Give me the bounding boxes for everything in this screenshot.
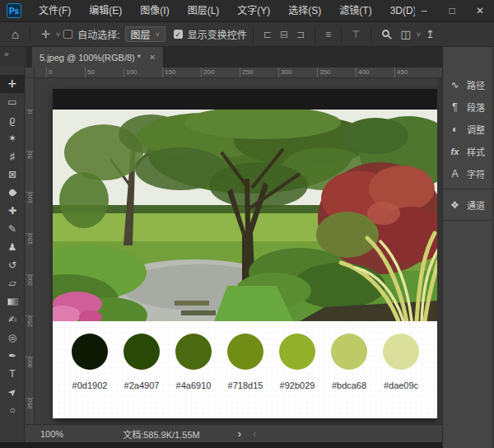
panel-button-adjustments[interactable]: ◐ 调整 [443,118,492,140]
show-transform-checkbox[interactable]: ✓ [174,30,183,39]
minimize-button[interactable]: – [410,0,438,21]
window-controls: – □ ✕ [410,0,494,21]
canvas-area[interactable]: 050100150200250300350400450 050100150200… [26,68,442,424]
separator [370,27,371,42]
menu-item-layer[interactable]: 图层(L) [179,0,229,21]
auto-select-checkbox[interactable] [63,30,72,39]
ruler-label: 150 [162,68,201,78]
menu-item-file[interactable]: 文件(F) [30,0,80,21]
garden-photo [53,110,438,321]
swatch-circle [124,334,160,370]
type-tool-button[interactable]: T [0,365,25,383]
brush-tool-button[interactable]: ✎ [0,220,25,238]
frame-tool-button[interactable]: ⊠ [0,166,25,184]
panel-button-paragraph[interactable]: ¶ 段落 [443,96,492,118]
channels-icon: ❖ [449,199,461,211]
swatch-circle [383,334,419,370]
path-selection-tool-button[interactable]: ➤ [0,383,25,401]
gradient-tool-button[interactable] [0,292,25,310]
align-left-icon[interactable]: ⊏ [259,29,276,40]
separator [315,27,315,42]
chevron-down-icon: ˅ [156,30,160,39]
align-right-icon[interactable]: ⊐ [292,29,309,40]
paths-icon: ∿ [449,79,461,91]
vertical-scrollbar[interactable] [437,78,442,424]
ruler-label: 350 [26,398,34,424]
zoom-level-field[interactable]: 100% [40,429,63,439]
lasso-tool-button[interactable]: ϱ [0,111,25,129]
color-swatch: #4a6910 [168,334,220,418]
menu-item-type[interactable]: 文字(Y) [228,0,279,21]
panel-divider [443,189,492,189]
maximize-button[interactable]: □ [438,0,466,21]
marquee-tool-button[interactable]: ▭ [0,93,25,111]
document-info: 文档:585.9K/1.55M [123,427,200,441]
show-transform-label: 显示变换控件 [188,27,247,41]
dodge-tool-button[interactable]: ◎ [0,329,25,347]
auto-select-dropdown[interactable]: 图层 ˅ [125,26,165,42]
menu-bar: 文件(F) 编辑(E) 图像(I) 图层(L) 文字(Y) 选择(S) 滤镜(T… [30,0,415,21]
panel-button-paths[interactable]: ∿ 路径 [443,73,492,96]
ruler-label: 250 [26,315,34,357]
menu-item-filter[interactable]: 滤镜(T) [330,0,380,21]
separator [341,27,342,42]
swatch-circle [175,334,212,370]
ruler-label: 150 [26,233,34,274]
swatch-hex-label: #bdca68 [324,380,375,390]
panel-button-styles[interactable]: fx 样式 [443,140,492,162]
scroll-left-chevron-icon[interactable]: ‹ [253,427,256,440]
home-icon[interactable]: ⌂ [7,27,24,41]
garden-photo-graphic [53,110,438,321]
align-center-icon[interactable]: ⊟ [276,29,292,40]
align-to-icon[interactable]: ⊤ [347,29,364,40]
healing-brush-tool-button[interactable]: ✚ [0,202,25,220]
search-icon[interactable] [382,30,389,37]
panel-button-channels[interactable]: ❖ 通道 [443,194,492,216]
open-document[interactable]: #0d1902 #2a4907 #4a6910 #718d15 #92b029 … [53,89,438,418]
menu-item-select[interactable]: 选择(S) [279,0,330,21]
tab-close-icon[interactable]: ✕ [149,53,156,62]
vertical-ruler: 050100150200250300350400 [26,78,35,424]
ruler-corner [26,68,35,78]
pen-tool-button[interactable]: ✒ [0,347,25,365]
swatch-circle [331,334,367,370]
eyedropper-icon [7,188,16,197]
ruler-label: 400 [356,68,394,78]
eyedropper-tool-button[interactable] [0,184,25,202]
menu-item-edit[interactable]: 编辑(E) [80,0,131,21]
window-bottom-edge [0,442,442,448]
ruler-label: 200 [26,274,34,315]
ruler-label: 300 [26,357,34,398]
magic-wand-tool-button[interactable]: ✶ [0,129,25,147]
tool-options-bar: ⌂ ✛ ˅ 自动选择: 图层 ˅ ✓ 显示变换控件 ⊏ ⊟ ⊐ ≡ ⊤ ◫ ˅ … [0,22,494,47]
swatch-hex-label: #92b029 [272,380,324,390]
toolbox-collapse-icon[interactable]: » [0,47,24,67]
move-tool-button[interactable]: ✛ [0,75,25,93]
clone-stamp-tool-button[interactable]: ♟ [0,238,25,256]
menu-item-image[interactable]: 图像(I) [131,0,178,21]
workspace-icon[interactable]: ◫ [396,28,416,40]
title-bar: Ps 文件(F) 编辑(E) 图像(I) 图层(L) 文字(Y) 选择(S) 滤… [0,0,494,22]
panel-dock: ∿ 路径 ¶ 段落 ◐ 调整 fx 样式 A 字符 ❖ 通道 [442,47,494,448]
crop-tool-button[interactable]: ♯ [0,147,25,166]
color-swatch: #bdca68 [324,334,375,418]
color-palette-strip: #0d1902 #2a4907 #4a6910 #718d15 #92b029 … [53,321,438,418]
document-tab[interactable]: 5.jpeg @ 100%(RGB/8) * ✕ [32,47,164,68]
chevron-down-icon[interactable]: ˅ [56,30,60,39]
smudge-tool-button[interactable]: ✍ [0,310,25,329]
character-icon: A [449,168,461,180]
ellipse-tool-button[interactable]: ○ [0,401,25,419]
close-button[interactable]: ✕ [466,0,494,21]
eraser-tool-button[interactable]: ▱ [0,274,25,292]
move-tool-icon[interactable]: ✛ [36,28,55,40]
history-brush-tool-button[interactable]: ↺ [0,256,25,274]
tool-list: ✛ ▭ ϱ ✶ ♯ ⊠ ✚ ✎ ♟ ↺ ▱ ✍ ◎ ✒ T ➤ ○ [0,75,24,419]
swatch-circle [279,334,315,370]
ruler-label: 300 [278,68,317,78]
distribute-icon[interactable]: ≡ [321,29,335,40]
swatch-hex-label: #0d1902 [64,380,116,390]
status-popup-chevron-icon[interactable]: › [238,427,241,440]
panel-button-character[interactable]: A 字符 [443,162,492,184]
swatch-circle [72,334,108,370]
share-icon[interactable]: ↥ [421,28,440,40]
